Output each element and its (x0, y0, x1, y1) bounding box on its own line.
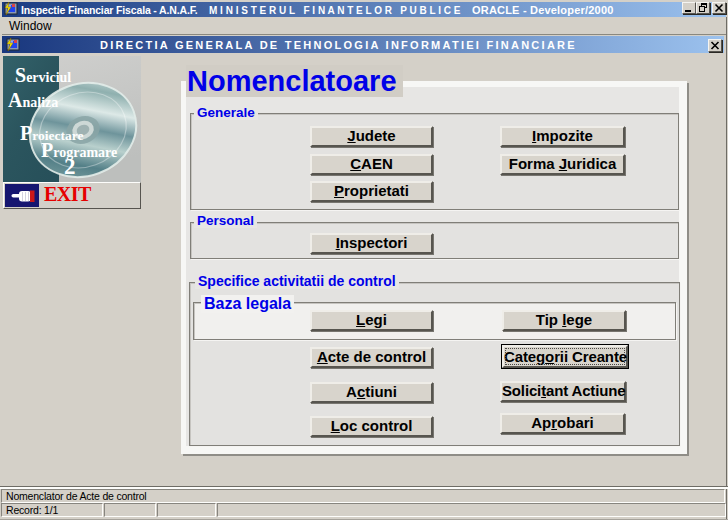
svg-text:2: 2 (64, 154, 76, 179)
